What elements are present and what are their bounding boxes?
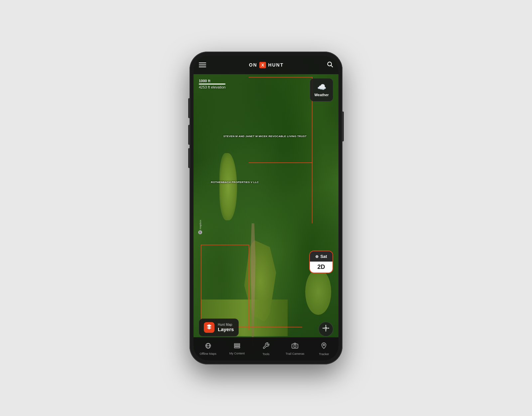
crosshair-icon bbox=[322, 324, 330, 334]
layers-main-label: Layers bbox=[218, 326, 234, 332]
svg-point-14 bbox=[294, 345, 296, 347]
boundary-left-outer bbox=[201, 245, 201, 327]
nav-item-trail-cameras[interactable]: Trail Cameras bbox=[281, 342, 310, 355]
trail-cameras-icon bbox=[291, 342, 299, 351]
elevation-text: 4253 ft elevation bbox=[199, 85, 226, 89]
boundary-left-v bbox=[249, 245, 249, 330]
top-navigation-bar: ON X HUNT bbox=[194, 56, 338, 74]
my-content-icon bbox=[234, 343, 240, 350]
svg-point-15 bbox=[323, 344, 325, 346]
trail-cameras-label: Trail Cameras bbox=[286, 352, 304, 355]
logo-hunt-text: HUNT bbox=[268, 62, 284, 68]
hunt-map-sublabel: Hunt Map bbox=[218, 323, 234, 326]
weather-icon: ☁️ bbox=[317, 83, 326, 92]
tracker-label: Tracker bbox=[319, 352, 329, 356]
mapbox-attribution: M mapbox bbox=[198, 220, 202, 234]
hamburger-line-2 bbox=[199, 65, 206, 65]
phone-screen: STEVEN M AND JANET M MICEK REVOCABLE LIV… bbox=[194, 56, 338, 360]
nav-item-tools[interactable]: Tools bbox=[251, 342, 280, 356]
my-content-label: My Content bbox=[229, 352, 245, 355]
hamburger-line-1 bbox=[199, 63, 206, 63]
scale-indicator: 1000 ft 4253 ft elevation bbox=[199, 79, 226, 89]
scale-bar bbox=[199, 84, 225, 85]
boundary-top-left bbox=[201, 245, 249, 245]
layers-stack-icon bbox=[206, 324, 212, 331]
offline-maps-label: Offline Maps bbox=[200, 352, 216, 355]
weather-button[interactable]: ☁️ Weather bbox=[310, 78, 333, 102]
nav-item-my-content[interactable]: My Content bbox=[222, 343, 251, 355]
satellite-label: Sat bbox=[320, 254, 327, 259]
hamburger-line-3 bbox=[199, 67, 206, 67]
svg-point-2 bbox=[325, 327, 327, 329]
hunt-layers-text-group: Hunt Map Layers bbox=[218, 323, 234, 332]
bottom-navigation-bar: Offline Maps My Content bbox=[194, 337, 338, 360]
map-field-3 bbox=[305, 269, 331, 314]
phone-frame: STEVEN M AND JANET M MICEK REVOCABLE LIV… bbox=[190, 52, 342, 364]
layers-icon-container bbox=[204, 322, 214, 333]
boundary-right-mid bbox=[312, 162, 313, 223]
logo-on-text: ON bbox=[249, 62, 257, 68]
mapbox-text: mapbox bbox=[199, 220, 202, 229]
map-type-satellite[interactable]: ⊕ Sat bbox=[310, 251, 332, 262]
tools-label: Tools bbox=[263, 352, 270, 356]
scale-distance: 1000 ft bbox=[199, 79, 226, 83]
map-dimension-toggle[interactable]: 2D bbox=[310, 262, 332, 273]
property-label-steven: STEVEN M AND JANET M MICEK REVOCABLE LIV… bbox=[223, 135, 307, 138]
app-screen: STEVEN M AND JANET M MICEK REVOCABLE LIV… bbox=[194, 56, 338, 360]
hunt-map-layers-button[interactable]: Hunt Map Layers bbox=[199, 318, 239, 336]
svg-rect-10 bbox=[234, 343, 240, 344]
location-button[interactable] bbox=[319, 322, 333, 336]
boundary-top bbox=[249, 77, 313, 78]
svg-rect-11 bbox=[234, 345, 240, 346]
tracker-icon bbox=[321, 342, 327, 351]
hamburger-menu-button[interactable] bbox=[199, 63, 206, 67]
boundary-mid-h bbox=[249, 162, 313, 163]
dimension-label: 2D bbox=[317, 264, 325, 270]
offline-maps-icon bbox=[205, 342, 211, 351]
map-field-1 bbox=[219, 153, 237, 220]
mapbox-logo: M bbox=[198, 230, 202, 234]
search-button[interactable] bbox=[327, 61, 333, 69]
weather-label: Weather bbox=[314, 93, 329, 97]
map-type-selector[interactable]: ⊕ Sat 2D bbox=[309, 251, 333, 273]
logo-x-badge: X bbox=[259, 62, 266, 68]
svg-line-1 bbox=[331, 65, 333, 67]
property-label-rothen: ROTHENBACH PROPERTIES V LLC bbox=[211, 181, 259, 184]
svg-rect-12 bbox=[234, 347, 240, 348]
tools-icon bbox=[262, 342, 270, 351]
nav-item-tracker[interactable]: Tracker bbox=[310, 342, 338, 356]
app-logo: ON X HUNT bbox=[249, 62, 284, 68]
nav-item-offline-maps[interactable]: Offline Maps bbox=[194, 342, 222, 355]
compass-crosshair-icon: ⊕ bbox=[315, 254, 319, 259]
